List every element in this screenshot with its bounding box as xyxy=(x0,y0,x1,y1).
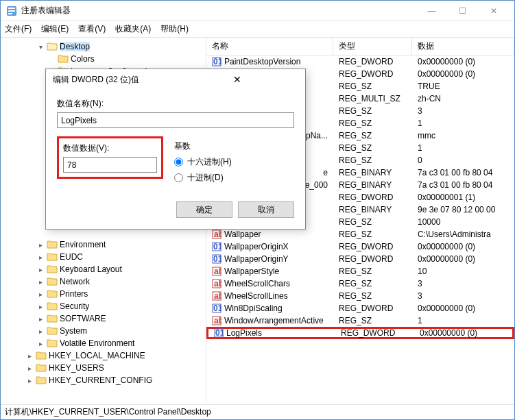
tree-expander[interactable]: ▸ xyxy=(25,377,34,384)
tree-expander[interactable]: ▾ xyxy=(36,43,45,51)
cell-name[interactable]: 011WallpaperOriginX xyxy=(206,242,333,251)
tree-expander[interactable]: ▸ xyxy=(36,254,45,261)
cell-type: REG_DWORD xyxy=(333,57,412,66)
tree-node[interactable]: ▸ Network xyxy=(1,275,206,288)
tree-node[interactable]: ▸ System xyxy=(1,325,206,337)
cell-data: 0x00000000 (0) xyxy=(412,304,514,313)
folder-icon xyxy=(47,338,58,348)
list-row[interactable]: abWheelScrollChars REG_SZ 3 xyxy=(206,277,514,290)
folder-icon xyxy=(47,314,58,323)
ok-button[interactable]: 确定 xyxy=(176,201,232,218)
list-row[interactable]: 011PaintDesktopVersion REG_DWORD 0x00000… xyxy=(206,55,514,68)
tree-expander[interactable]: ▸ xyxy=(36,340,45,347)
tree-node[interactable]: ▸ Keyboard Layout xyxy=(1,263,206,275)
tree-expander[interactable]: ▸ xyxy=(36,328,45,335)
dialog-close-button[interactable]: ✕ xyxy=(176,74,298,85)
list-row[interactable]: abWindowArrangementActive REG_SZ 1 xyxy=(206,314,514,327)
svg-rect-2 xyxy=(8,10,15,12)
tree-node[interactable]: ▸ SOFTWARE xyxy=(1,312,206,325)
cell-type: REG_SZ xyxy=(333,156,412,165)
cell-name[interactable]: abWallpaper xyxy=(206,230,333,239)
tree-node[interactable]: Colors xyxy=(1,53,206,65)
list-row[interactable]: abWallpaperStyle REG_SZ 10 xyxy=(206,265,514,277)
tree-node[interactable]: ▸ Environment xyxy=(1,238,206,251)
list-row[interactable]: 011WallpaperOriginY REG_DWORD 0x00000000… xyxy=(206,253,514,265)
cell-data: 3 xyxy=(412,279,514,288)
cell-data: 7a c3 01 00 fb 80 04 xyxy=(412,180,514,190)
tree-node[interactable]: ▸ Printers xyxy=(1,288,206,300)
col-header-type[interactable]: 类型 xyxy=(333,38,412,55)
tree-label: Colors xyxy=(71,54,95,64)
cell-name[interactable]: abWheelScrollChars xyxy=(206,279,333,288)
tree-expander[interactable]: ▸ xyxy=(36,266,45,273)
dialog-titlebar[interactable]: 编辑 DWORD (32 位)值 ✕ xyxy=(46,69,305,90)
tree-expander[interactable]: ▸ xyxy=(36,303,45,310)
tree-node[interactable]: ▸ HKEY_CURRENT_CONFIG xyxy=(1,374,206,386)
menu-favorites[interactable]: 收藏夹(A) xyxy=(115,23,151,35)
tree-node[interactable]: ▸ HKEY_USERS xyxy=(1,362,206,374)
tree-label: HKEY_CURRENT_CONFIG xyxy=(49,375,152,385)
tree-node[interactable]: ▸ Volatile Environment xyxy=(1,337,206,349)
tree-node[interactable]: ▾ Desktop xyxy=(1,40,206,53)
cell-name[interactable]: abWheelScrollLines xyxy=(206,291,333,301)
tree-expander[interactable]: ▸ xyxy=(36,291,45,298)
svg-rect-3 xyxy=(8,13,12,14)
cell-type: REG_MULTI_SZ xyxy=(333,94,412,103)
statusbar: 计算机\HKEY_CURRENT_USER\Control Panel\Desk… xyxy=(1,404,514,419)
col-header-data[interactable]: 数据 xyxy=(412,38,514,55)
list-row[interactable]: abWheelScrollLines REG_SZ 3 xyxy=(206,290,514,302)
menubar: 文件(F) 编辑(E) 查看(V) 收藏夹(A) 帮助(H) xyxy=(1,21,514,38)
tree-expander[interactable]: ▸ xyxy=(36,278,45,286)
folder-icon xyxy=(58,54,69,64)
cell-type: REG_SZ xyxy=(333,267,412,276)
cancel-button[interactable]: 取消 xyxy=(238,201,294,218)
list-row[interactable]: 011Win8DpiScaling REG_DWORD 0x00000000 (… xyxy=(206,302,514,314)
menu-help[interactable]: 帮助(H) xyxy=(160,23,189,35)
close-button[interactable]: ✕ xyxy=(478,1,509,21)
svg-text:011: 011 xyxy=(213,57,221,66)
cell-name[interactable]: abWallpaperStyle xyxy=(206,267,333,276)
cell-type: REG_DWORD xyxy=(333,254,412,264)
menu-edit[interactable]: 编辑(E) xyxy=(41,23,69,35)
tree-label: SOFTWARE xyxy=(60,314,106,323)
cell-data: zh-CN xyxy=(412,94,514,103)
maximize-button[interactable]: ☐ xyxy=(447,1,478,21)
tree-expander[interactable]: ▸ xyxy=(36,241,45,249)
app-icon xyxy=(6,5,17,16)
list-row[interactable]: 011WallpaperOriginX REG_DWORD 0x00000000… xyxy=(206,240,514,253)
tree-node[interactable]: ▸ Security xyxy=(1,300,206,312)
tree-expander[interactable]: ▸ xyxy=(36,315,45,323)
cell-name[interactable]: 011LogPixels xyxy=(208,328,335,338)
folder-icon xyxy=(36,375,47,385)
folder-icon xyxy=(47,277,58,286)
radio-hex[interactable]: 十六进制(H) xyxy=(174,156,294,168)
radio-hex-input[interactable] xyxy=(174,158,183,166)
tree-expander[interactable]: ▸ xyxy=(25,365,34,372)
minimize-button[interactable]: — xyxy=(416,1,447,21)
folder-icon xyxy=(47,289,58,299)
menu-file[interactable]: 文件(F) xyxy=(5,23,32,35)
radio-dec[interactable]: 十进制(D) xyxy=(174,172,294,184)
cell-type: REG_SZ xyxy=(333,82,412,91)
list-row[interactable]: 011LogPixels REG_DWORD 0x00000000 (0) xyxy=(206,327,514,339)
tree-expander[interactable]: ▸ xyxy=(25,352,34,360)
radio-dec-input[interactable] xyxy=(174,173,183,182)
list-row[interactable]: abWallpaper REG_SZ C:\Users\Administra xyxy=(206,228,514,240)
col-header-name[interactable]: 名称 xyxy=(206,38,333,55)
value-name-input[interactable] xyxy=(57,112,294,128)
string-value-icon: ab xyxy=(212,316,221,325)
cell-type: REG_SZ xyxy=(333,217,412,227)
cell-name[interactable]: 011PaintDesktopVersion xyxy=(206,57,333,66)
value-data-input[interactable] xyxy=(63,157,157,173)
tree-node[interactable]: ▸ EUDC xyxy=(1,251,206,263)
folder-icon xyxy=(47,264,58,274)
menu-view[interactable]: 查看(V) xyxy=(78,23,106,35)
cell-name[interactable]: 011Win8DpiScaling xyxy=(206,304,333,313)
svg-rect-1 xyxy=(8,8,15,9)
cell-name[interactable]: abWindowArrangementActive xyxy=(206,316,333,325)
cell-name[interactable]: 011WallpaperOriginY xyxy=(206,254,333,264)
tree-node[interactable]: ▸ HKEY_LOCAL_MACHINE xyxy=(1,349,206,362)
cell-data: 1 xyxy=(412,316,514,325)
dword-value-icon: 011 xyxy=(212,57,221,66)
cell-type: REG_SZ xyxy=(333,143,412,153)
